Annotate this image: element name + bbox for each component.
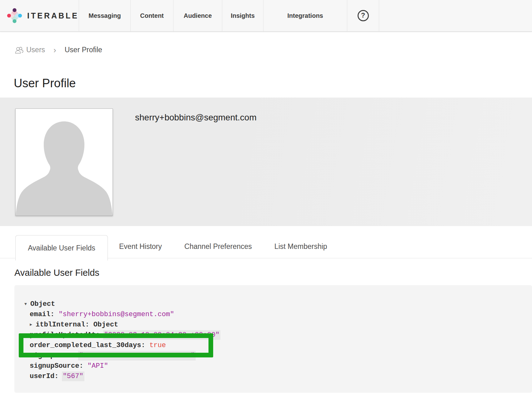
json-key: profileUpdatedAt: (30, 331, 104, 339)
app-root: ITERABLE MessagingContentAudienceInsight… (0, 0, 532, 399)
profile-email: sherry+bobbins@segment.com (135, 113, 257, 123)
users-icon (15, 46, 23, 54)
json-value: Object (93, 321, 118, 329)
json-value: "567" (63, 372, 83, 380)
json-root-label: Object (30, 300, 55, 308)
json-key: userId: (30, 372, 63, 380)
nav-items: MessagingContentAudienceInsightsIntegrat… (79, 0, 347, 31)
tab-list: Available User FieldsEvent HistoryChanne… (15, 235, 339, 260)
tab-event-history[interactable]: Event History (108, 235, 173, 258)
json-line-order-completed-last-30days: order_completed_last_30days: true (30, 340, 522, 351)
json-tree: ▼Objectemail: "sherry+bobbins@segment.co… (24, 299, 522, 381)
page-title: User Profile (14, 77, 76, 90)
brand-name: ITERABLE (27, 11, 79, 20)
collapse-toggle-icon[interactable]: ▼ (24, 299, 30, 309)
profile-summary: sherry+bobbins@segment.com (0, 98, 532, 226)
breadcrumb-users-link[interactable]: Users (26, 46, 45, 54)
json-key: signupSource: (30, 362, 88, 370)
json-key: signupDate: (30, 352, 79, 360)
brand-home-link[interactable]: ITERABLE (0, 0, 79, 31)
avatar-silhouette-icon (16, 109, 113, 215)
user-fields-json-viewer: ▼Objectemail: "sherry+bobbins@segment.co… (14, 285, 532, 393)
json-line-root: ▼Object (24, 299, 522, 309)
json-key: email: (30, 311, 58, 318)
help-icon: ? (358, 10, 369, 21)
expand-toggle-icon[interactable]: ► (30, 320, 36, 330)
nav-item-insights[interactable]: Insights (222, 0, 263, 31)
tab-available-user-fields[interactable]: Available User Fields (15, 235, 108, 260)
json-line-signupsource: signupSource: "API" (30, 361, 522, 371)
breadcrumb: Users › User Profile (15, 46, 102, 54)
section-heading: Available User Fields (14, 268, 99, 278)
json-value: true (149, 341, 166, 349)
json-line-signupdate: signupDate: "2020-03-19 03:59:17 +00:00" (30, 351, 522, 361)
tab-bar: Available User FieldsEvent HistoryChanne… (0, 235, 532, 260)
nav-item-integrations[interactable]: Integrations (263, 0, 347, 31)
json-key: itblInternal: (36, 321, 93, 329)
tab-list-membership[interactable]: List Membership (263, 235, 339, 258)
iterable-logo-icon (7, 6, 22, 26)
json-line-email: email: "sherry+bobbins@segment.com" (30, 309, 522, 320)
nav-item-audience[interactable]: Audience (173, 0, 222, 31)
json-key: order_completed_last_30days: (30, 341, 149, 349)
json-value: "sherry+bobbins@segment.com" (58, 311, 174, 318)
json-value: "2020-03-19 09:04:30 +00:00" (104, 331, 220, 339)
json-line-userid: userId: "567" (30, 371, 522, 381)
json-value: "2020-03-19 03:59:17 +00:00" (79, 352, 195, 360)
chevron-right-icon: › (53, 46, 56, 54)
json-line-profileupdatedat: profileUpdatedAt: "2020-03-19 09:04:30 +… (30, 330, 522, 340)
help-button[interactable]: ? (347, 0, 379, 31)
avatar (15, 109, 113, 216)
tab-channel-preferences[interactable]: Channel Preferences (173, 235, 263, 258)
nav-item-messaging[interactable]: Messaging (79, 0, 130, 31)
nav-item-content[interactable]: Content (130, 0, 173, 31)
json-value: "API" (88, 362, 108, 370)
breadcrumb-current: User Profile (65, 46, 102, 54)
top-nav: ITERABLE MessagingContentAudienceInsight… (0, 0, 532, 32)
json-line-itblinternal: ►itblInternal: Object (30, 320, 522, 330)
